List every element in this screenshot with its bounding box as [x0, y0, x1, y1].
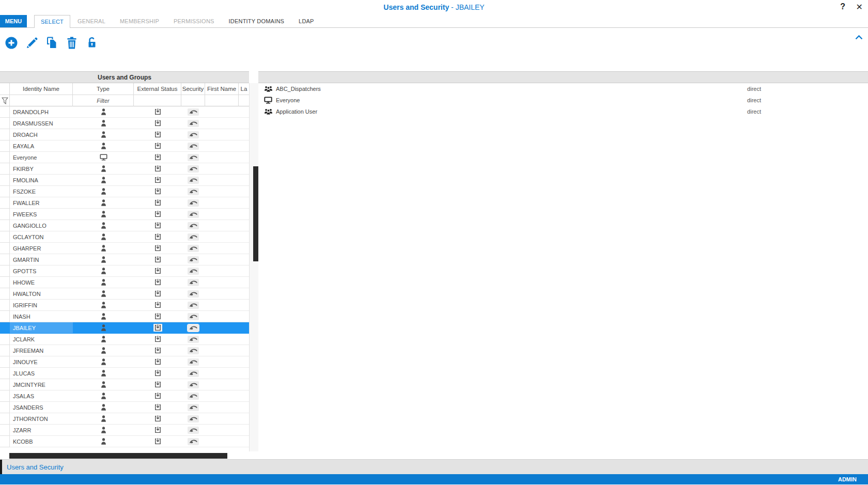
row-selector[interactable]	[0, 413, 10, 425]
tab-membership[interactable]: MEMBERSHIP	[113, 15, 166, 27]
vertical-scrollbar[interactable]	[249, 83, 258, 451]
edit-button[interactable]	[24, 36, 39, 50]
row-selector[interactable]	[0, 186, 10, 197]
table-row[interactable]: GANGIOLLO	[0, 220, 249, 231]
table-row[interactable]: FWEEKS	[0, 209, 249, 220]
row-selector[interactable]	[0, 163, 10, 175]
row-selector[interactable]	[0, 118, 10, 129]
row-selector[interactable]	[0, 425, 10, 436]
column-header-identity-name[interactable]: Identity Name	[10, 83, 73, 95]
row-selector[interactable]	[0, 379, 10, 390]
help-icon[interactable]: ?	[840, 2, 845, 11]
row-selector[interactable]	[0, 390, 10, 402]
lock-button[interactable]	[85, 36, 99, 50]
membership-row[interactable]: Application User direct	[258, 106, 868, 117]
table-row[interactable]: IGRIFFIN	[0, 300, 249, 311]
table-row[interactable]: JLUCAS	[0, 368, 249, 379]
row-selector[interactable]	[0, 334, 10, 345]
row-selector[interactable]	[0, 152, 10, 163]
delete-button[interactable]	[65, 36, 79, 50]
row-selector[interactable]	[0, 288, 10, 300]
table-row[interactable]: GPOTTS	[0, 265, 249, 277]
security-icon	[188, 233, 199, 241]
row-selector[interactable]	[0, 209, 10, 220]
menu-button[interactable]: MENU	[0, 15, 27, 27]
table-row[interactable]: JCLARK	[0, 334, 249, 345]
table-row[interactable]: JMCINTYRE	[0, 379, 249, 390]
row-selector[interactable]	[0, 356, 10, 368]
table-row[interactable]: HWALTON	[0, 288, 249, 300]
row-selector[interactable]	[0, 197, 10, 209]
table-row[interactable]: FSZOKE	[0, 186, 249, 197]
table-row[interactable]: INASH	[0, 311, 249, 322]
table-row[interactable]: FWALLER	[0, 197, 249, 209]
table-row[interactable]: GHARPER	[0, 243, 249, 254]
table-row[interactable]: JINOUYE	[0, 356, 249, 368]
table-row[interactable]: Everyone	[0, 152, 249, 163]
copy-button[interactable]	[44, 36, 59, 50]
filter-cell-external-status[interactable]	[134, 95, 181, 106]
table-row[interactable]: JSANDERS	[0, 402, 249, 413]
row-selector[interactable]	[0, 265, 10, 277]
table-row[interactable]: GMARTIN	[0, 254, 249, 265]
row-selector[interactable]	[0, 345, 10, 356]
row-selector[interactable]	[0, 220, 10, 231]
column-header-security[interactable]: Security	[181, 83, 205, 95]
column-header-gutter[interactable]	[0, 83, 10, 95]
table-row[interactable]: GCLAYTON	[0, 231, 249, 243]
table-row[interactable]: KCOBB	[0, 436, 249, 447]
tab-select[interactable]: SELECT	[34, 15, 70, 28]
table-row[interactable]: HHOWE	[0, 277, 249, 288]
row-selector[interactable]	[0, 254, 10, 265]
table-row[interactable]: FMOLINA	[0, 175, 249, 186]
table-row[interactable]: DRASMUSSEN	[0, 118, 249, 129]
column-header-la[interactable]: La	[239, 83, 249, 95]
table-row[interactable]: JSALAS	[0, 390, 249, 402]
table-row[interactable]: FKIRBY	[0, 163, 249, 175]
table-row[interactable]: EAYALA	[0, 140, 249, 152]
row-selector[interactable]	[0, 311, 10, 322]
row-selector[interactable]	[0, 129, 10, 140]
filter-cell-gutter[interactable]	[0, 95, 10, 106]
column-header-external-status[interactable]: External Status	[134, 83, 181, 95]
external-status-icon	[154, 199, 162, 207]
row-selector[interactable]	[0, 175, 10, 186]
close-icon[interactable]: ✕	[856, 2, 863, 12]
row-selector[interactable]	[0, 106, 10, 118]
table-row[interactable]: JZARR	[0, 425, 249, 436]
row-selector[interactable]	[0, 322, 10, 334]
filter-cell-security[interactable]	[181, 95, 205, 106]
column-header-type[interactable]: Type	[73, 83, 134, 95]
tab-general[interactable]: GENERAL	[70, 15, 113, 27]
collapse-toolbar-button[interactable]	[855, 35, 863, 40]
table-row[interactable]: JTHORNTON	[0, 413, 249, 425]
filter-cell-first-name[interactable]	[205, 95, 239, 106]
last-name-cell	[239, 425, 249, 436]
breadcrumb[interactable]: Users and Security	[7, 463, 64, 471]
tab-identity-domains[interactable]: IDENTITY DOMAINS	[222, 15, 292, 27]
vertical-scrollbar-thumb[interactable]	[253, 166, 258, 261]
filter-cell-identity[interactable]	[10, 95, 73, 106]
table-row[interactable]: DRANDOLPH	[0, 106, 249, 118]
tab-permissions[interactable]: PERMISSIONS	[166, 15, 222, 27]
tab-ldap[interactable]: LDAP	[291, 15, 321, 27]
row-selector[interactable]	[0, 277, 10, 288]
membership-row[interactable]: ABC_Dispatchers direct	[258, 83, 868, 95]
funnel-icon	[2, 97, 8, 104]
row-selector[interactable]	[0, 243, 10, 254]
row-selector[interactable]	[0, 402, 10, 413]
horizontal-scrollbar-thumb[interactable]	[9, 453, 227, 459]
membership-row[interactable]: Everyone direct	[258, 95, 868, 106]
filter-cell-type[interactable]: Filter	[73, 95, 134, 106]
table-row[interactable]: JBAILEY	[0, 322, 249, 334]
row-selector[interactable]	[0, 368, 10, 379]
table-row[interactable]: DROACH	[0, 129, 249, 140]
column-header-first-name[interactable]: First Name	[205, 83, 239, 95]
table-row[interactable]: JFREEMAN	[0, 345, 249, 356]
filter-cell-last-name[interactable]	[239, 95, 249, 106]
row-selector[interactable]	[0, 300, 10, 311]
row-selector[interactable]	[0, 140, 10, 152]
add-button[interactable]	[4, 36, 19, 50]
row-selector[interactable]	[0, 231, 10, 243]
row-selector[interactable]	[0, 436, 10, 447]
